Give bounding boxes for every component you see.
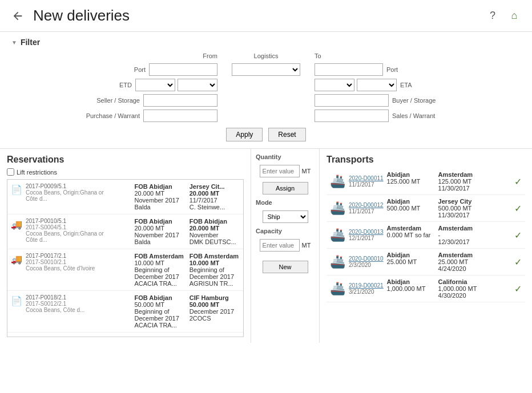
transports-title: Transports: [327, 155, 525, 165]
to-port-row: Port: [315, 63, 432, 76]
reservation-item[interactable]: 📄 2017-P0009/5.1 Cocoa Beans, Origin:Gha…: [7, 180, 243, 214]
mode-select[interactable]: Ship Truck Train Air: [263, 210, 308, 223]
new-button[interactable]: New: [263, 261, 308, 273]
quantity-input[interactable]: [260, 165, 300, 177]
filter-section: ▼ Filter From Port ETD Seller / Storage: [0, 32, 532, 149]
reservation-item[interactable]: 📄 2017-P0018/2.1 2017-S0012/2.1 Cocoa Be…: [7, 291, 243, 333]
from-port-row: Port: [100, 63, 217, 76]
ship-icon: 🚢: [330, 174, 345, 189]
logistics-select[interactable]: Option1: [232, 63, 300, 76]
sales-warrant-input[interactable]: [315, 110, 389, 122]
to-port-label: Port: [386, 66, 432, 73]
help-button[interactable]: ?: [484, 7, 501, 25]
buyer-storage-label: Buyer / Storage: [392, 97, 438, 104]
seller-storage-input[interactable]: [143, 94, 217, 107]
quantity-row: MT: [260, 165, 311, 177]
checkmark-icon: ✓: [514, 176, 522, 187]
transports-panel: Transports 🚢 2020-D00011 11/1/2017 Abidj…: [320, 149, 532, 343]
transport-item[interactable]: 🚢 2020-D00012 11/1/2017 Abidjan 500.000 …: [327, 195, 525, 222]
reservation-item[interactable]: 🚚 2017-P0017/2.1 2017-S0010/2.1 Cocoa Be…: [7, 249, 243, 291]
filter-actions: Apply Reset: [11, 128, 521, 144]
trans-route: Amsterdam 0.000 MT so far Amsterdam - 12…: [387, 225, 511, 245]
reservation-list[interactable]: 📄 2017-P0009/5.1 Cocoa Beans, Origin:Gha…: [7, 179, 244, 337]
buyer-storage-input[interactable]: [315, 94, 389, 107]
transport-item[interactable]: 🚢 2020-D00011 11/1/2017 Abidjan 125.000 …: [327, 168, 525, 195]
transport-item[interactable]: 🚢 2020-D00010 2/3/2020 Abidjan 25.000 MT…: [327, 249, 525, 275]
res-item-info: 2017-P0017/2.1 2017-S0010/2.1 Cocoa Bean…: [26, 253, 131, 272]
logistics-column: Logistics Option1: [223, 52, 309, 76]
to-eta-label: ETA: [400, 82, 446, 88]
home-button[interactable]: ⌂: [506, 7, 523, 25]
checkmark-icon: ✓: [514, 203, 522, 214]
to-sales-row: Sales / Warrant: [315, 110, 438, 122]
back-button[interactable]: [9, 7, 26, 25]
res-item-info: 2017-P0018/2.1 2017-S0012/2.1 Cocoa Bean…: [26, 294, 131, 313]
back-icon: [11, 10, 24, 22]
trans-id-block: 2020-D00012 11/1/2017: [349, 202, 384, 214]
reservation-item[interactable]: 🚚 2017-P0010/5.1 2017-S0004/5.1 Cocoa Be…: [7, 214, 243, 249]
logistics-label: Logistics: [254, 52, 279, 59]
trans-route: Abidjan 125.000 MT Amsterdam 125.000 MT …: [387, 171, 511, 192]
reset-button[interactable]: Reset: [268, 128, 305, 141]
from-etd-row: ETD: [86, 79, 217, 91]
from-purchase-row: Purchase / Warrant: [86, 110, 217, 122]
to-buyer-row: Buyer / Storage: [315, 94, 438, 107]
res-item-cols: FOB Abidjan 20.000 MT November 2017 Bald…: [135, 183, 240, 210]
from-label: From: [203, 52, 217, 59]
transport-item[interactable]: 🚢 2020-D00013 12/1/2017 Amsterdam 0.000 …: [327, 222, 525, 249]
eta-month-select[interactable]: [315, 79, 354, 91]
from-port-input[interactable]: [149, 63, 217, 76]
res-doc-icon: 📄: [11, 295, 22, 306]
res-item-info: 2017-P0009/5.1 Cocoa Beans, Origin:Ghana…: [26, 183, 131, 202]
to-label: To: [315, 52, 321, 59]
etd-month-select[interactable]: [135, 79, 175, 91]
assign-button[interactable]: Assign: [263, 182, 308, 195]
trans-route: Abidjan 1,000.000 MT California 1,000.00…: [387, 278, 511, 299]
trans-route: Abidjan 25.000 MT Amsterdam 25.000 MT 4/…: [387, 252, 511, 272]
trans-id-block: 2020-D00010 2/3/2020: [349, 256, 384, 268]
trans-route: Abidjan 500.000 MT Jersey City 500.000 M…: [387, 198, 511, 218]
middle-panel: Quantity MT Assign Mode Ship Truck Train…: [251, 149, 320, 343]
res-item-cols: FOB Amsterdam 10.000 MT Beginning of Dec…: [135, 253, 240, 287]
reservations-title: Reservations: [7, 155, 244, 165]
ship-icon: 🚢: [330, 254, 345, 269]
capacity-unit: MT: [302, 242, 311, 249]
res-item-info: 2017-P0010/5.1 2017-S0004/5.1 Cocoa Bean…: [26, 218, 131, 243]
transport-list: 🚢 2020-D00011 11/1/2017 Abidjan 125.000 …: [327, 168, 525, 302]
lift-restrictions-checkbox[interactable]: [7, 168, 14, 176]
eta-year-select[interactable]: [357, 79, 397, 91]
trans-id-block: 2020-D00011 11/1/2017: [349, 175, 384, 188]
from-etd-label: ETD: [86, 82, 132, 88]
lift-restrictions-row: Lift restrictions: [7, 168, 244, 176]
res-truck-icon: 🚚: [11, 254, 22, 265]
from-port-label: Port: [100, 66, 146, 73]
sales-warrant-label: Sales / Warrant: [392, 112, 438, 119]
trans-id-block: 2019-D00021 3/21/2020: [349, 282, 384, 295]
from-seller-row: Seller / Storage: [94, 94, 217, 107]
ship-icon: 🚢: [330, 281, 345, 296]
checkmark-icon: ✓: [514, 283, 522, 294]
to-port-input[interactable]: [315, 63, 383, 76]
etd-year-select[interactable]: [178, 79, 217, 91]
reservations-panel: Reservations Lift restrictions 📄 2017-P0…: [0, 149, 251, 343]
capacity-label: Capacity: [256, 228, 282, 234]
checkmark-icon: ✓: [514, 230, 522, 241]
filter-arrow-icon: ▼: [11, 39, 17, 46]
quantity-unit: MT: [302, 168, 311, 175]
purchase-warrant-input[interactable]: [143, 110, 217, 122]
quantity-label: Quantity: [256, 153, 281, 160]
res-item-cols: FOB Abidjan 20.000 MT November 2017 Bald…: [135, 218, 240, 245]
filter-title: Filter: [21, 38, 40, 47]
res-item-cols: FOB Abidjan 50.000 MT Beginning of Decem…: [135, 294, 240, 329]
to-column: To Port ETA Buyer / Storage Sales / Warr…: [315, 52, 521, 122]
filter-header: ▼ Filter: [11, 38, 521, 47]
header-icons: ? ⌂: [484, 7, 523, 25]
trans-id-block: 2020-D00013 12/1/2017: [349, 229, 384, 241]
ship-icon: 🚢: [330, 201, 345, 216]
filter-form: From Port ETD Seller / Storage Purchase …: [11, 52, 521, 122]
ship-icon: 🚢: [330, 228, 345, 242]
transport-item[interactable]: 🚢 2019-D00021 3/21/2020 Abidjan 1,000.00…: [327, 275, 525, 302]
seller-storage-label: Seller / Storage: [94, 97, 140, 104]
capacity-input[interactable]: [260, 239, 300, 252]
apply-button[interactable]: Apply: [226, 128, 263, 141]
